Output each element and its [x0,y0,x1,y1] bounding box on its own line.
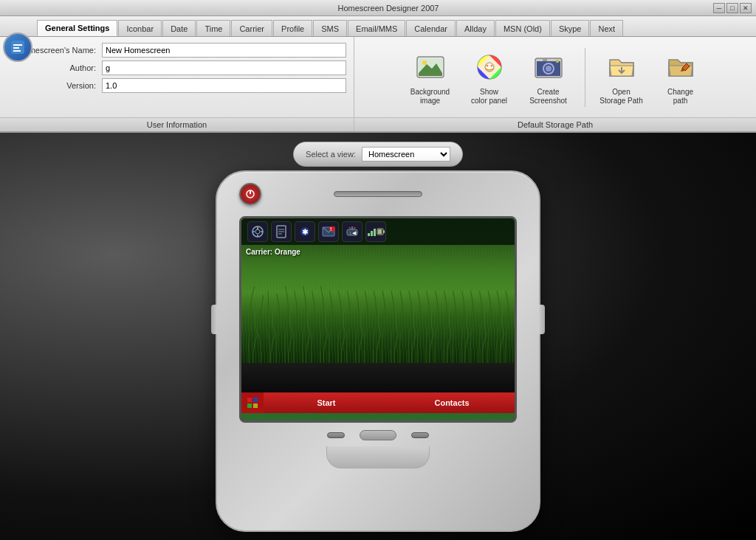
title-bar: Homescreen Designer 2007 ─ □ ✕ [0,0,756,16]
toolbar: Homescreen's Name: Author: Version: User… [0,37,756,133]
author-row: Author: [7,60,346,75]
svg-point-22 [255,229,260,234]
background-image-button[interactable]: Backgroundimage [405,46,456,108]
open-storage-label: OpenStorage Path [599,88,642,105]
svg-rect-18 [556,60,559,63]
author-input[interactable] [102,60,346,75]
toolbar-divider [585,48,585,107]
phone-bottom [217,423,539,496]
storage-panel: Backgroundimage [354,37,756,131]
app-window: Homescreen Designer 2007 ─ □ ✕ General S… [0,0,756,540]
app-icon [3,32,32,62]
content-wrapper: General Settings Iconbar Date Time Carri… [0,16,756,540]
tab-allday[interactable]: Allday [456,20,495,36]
tab-sms[interactable]: SMS [313,20,347,36]
maximize-button[interactable]: □ [726,3,738,13]
svg-rect-8 [419,73,442,76]
contacts-button[interactable]: Contacts [389,398,515,407]
tab-calendar[interactable]: Calendar [406,20,456,36]
speaker-bar [334,191,422,197]
view-selector: Select a view: Homescreen [293,142,463,167]
screenshot-icon [531,49,566,85]
change-path-icon [663,49,698,85]
tab-carrier[interactable]: Carrier [231,20,272,36]
phone-softkey-bar: Start Contacts [241,392,515,413]
tab-general-settings[interactable]: General Settings [37,20,117,36]
home-button[interactable] [360,430,396,440]
svg-rect-48 [378,229,382,234]
version-row: Version: [7,78,346,93]
svg-text:!: ! [330,226,331,232]
tab-email[interactable]: Email/MMS [348,20,405,36]
alarm-icon: 1 ◀ x [342,221,362,242]
tab-bar: General Settings Iconbar Date Time Carri… [0,16,756,37]
homescreen-name-input[interactable] [102,43,346,58]
svg-rect-45 [371,231,373,236]
bottom-connector [326,446,430,468]
screen-grass: Carrier: Orange [241,245,515,363]
windows-flag-icon [241,392,264,413]
homescreen-name-row: Homescreen's Name: [7,43,346,58]
show-color-panel-button[interactable]: Showcolor panel [464,46,515,108]
phone-screen-frame: ✱ ! [239,216,517,423]
bluetooth-icon: ✱ [295,221,315,242]
start-button[interactable]: Start [264,398,389,407]
phone-side-right-button[interactable] [539,305,545,334]
view-selector-label: Select a view: [306,150,356,159]
svg-point-11 [486,64,488,66]
svg-rect-50 [247,398,252,402]
svg-rect-46 [374,229,376,236]
svg-rect-53 [253,404,258,408]
svg-rect-17 [543,58,547,61]
tab-time[interactable]: Time [196,20,230,36]
carrier-text: Carrier: Orange [246,248,300,256]
nav-icon [247,221,268,242]
phone-top [217,172,539,216]
tab-skype[interactable]: Skype [551,20,590,36]
color-panel-label: Showcolor panel [471,88,507,105]
window-controls: ─ □ ✕ [713,3,752,13]
svg-line-39 [349,227,351,229]
storage-path-title: Default Storage Path [354,117,756,131]
open-storage-path-button[interactable]: OpenStorage Path [596,46,647,108]
user-fields: Homescreen's Name: Author: Version: [0,37,354,117]
svg-rect-49 [383,230,385,233]
author-label: Author: [7,63,96,72]
tab-next[interactable]: Next [590,20,623,36]
color-panel-icon [472,49,507,85]
svg-point-16 [546,66,551,72]
change-path-button[interactable]: Changepath [655,46,707,108]
nav-buttons-row [327,430,429,440]
message-icon: ! [318,221,339,242]
background-image-label: Backgroundimage [410,88,450,105]
tab-msn[interactable]: MSN (Old) [495,20,550,36]
user-info-title: User Information [0,117,354,131]
svg-rect-44 [368,233,370,236]
user-info-panel: Homescreen's Name: Author: Version: User… [0,37,354,131]
toolbar-buttons: Backgroundimage [354,37,756,117]
create-screenshot-button[interactable]: CreateScreenshot [523,46,574,108]
minimize-button[interactable]: ─ [713,3,725,13]
version-input[interactable] [102,78,346,93]
svg-text:x: x [355,231,357,235]
phone-side-left-button[interactable] [211,305,217,334]
phone-body: ✱ ! [216,170,540,532]
close-button[interactable]: ✕ [740,3,752,13]
app-title: Homescreen Designer 2007 [63,4,713,13]
main-content: Select a view: Homescreen [0,133,756,540]
screenshot-label: CreateScreenshot [529,88,567,105]
svg-rect-51 [253,398,258,402]
screen-content: ✱ ! [241,218,515,420]
view-dropdown[interactable]: Homescreen [362,147,450,162]
left-softkey-indicator [327,432,345,438]
svg-point-6 [422,60,427,65]
tab-profile[interactable]: Profile [273,20,312,36]
tab-iconbar[interactable]: Iconbar [118,20,162,36]
svg-rect-52 [247,404,252,408]
svg-point-12 [490,64,492,66]
tab-date[interactable]: Date [162,20,196,36]
open-storage-icon [604,49,639,85]
doc-icon [271,221,292,242]
svg-rect-2 [13,47,19,49]
power-button[interactable] [239,183,261,205]
